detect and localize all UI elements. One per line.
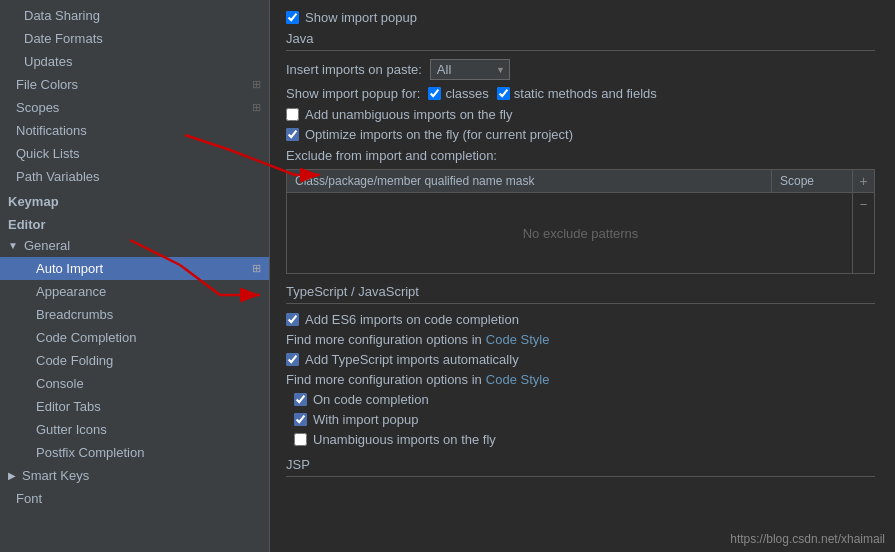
sidebar-label-code-folding: Code Folding <box>36 353 113 368</box>
sidebar-item-notifications[interactable]: Notifications <box>0 119 269 142</box>
sidebar-label-console: Console <box>36 376 84 391</box>
optimize-imports-checkbox[interactable] <box>286 128 299 141</box>
insert-imports-label: Insert imports on paste: <box>286 62 422 77</box>
add-unambiguous-checkbox[interactable] <box>286 108 299 121</box>
ts-options-indent: On code completion With import popup Una… <box>286 392 875 447</box>
sidebar-label-notifications: Notifications <box>16 123 87 138</box>
classes-checkbox-label[interactable]: classes <box>428 86 488 101</box>
sidebar-item-auto-import[interactable]: Auto Import ⊞ <box>0 257 269 280</box>
sidebar-item-date-formats[interactable]: Date Formats <box>0 27 269 50</box>
unambiguous-imports-label: Unambiguous imports on the fly <box>313 432 496 447</box>
on-code-completion-label: On code completion <box>313 392 429 407</box>
static-methods-checkbox[interactable] <box>497 87 510 100</box>
add-es6-label: Add ES6 imports on code completion <box>305 312 519 327</box>
table-col2-header: Scope <box>772 170 852 192</box>
sidebar-item-gutter-icons[interactable]: Gutter Icons <box>0 418 269 441</box>
ts-section-title: TypeScript / JavaScript <box>286 284 875 304</box>
jsp-section-title: JSP <box>286 457 875 477</box>
sidebar-label-quick-lists: Quick Lists <box>16 146 80 161</box>
sidebar-item-breadcrumbs[interactable]: Breadcrumbs <box>0 303 269 326</box>
sidebar-label-font: Font <box>16 491 42 506</box>
sidebar-label-file-colors: File Colors <box>16 77 78 92</box>
sidebar-item-appearance[interactable]: Appearance <box>0 280 269 303</box>
sidebar-label-data-sharing: Data Sharing <box>24 8 100 23</box>
sidebar-label-gutter-icons: Gutter Icons <box>36 422 107 437</box>
scopes-icon: ⊞ <box>252 101 261 114</box>
with-import-popup-checkbox[interactable] <box>294 413 307 426</box>
sidebar-label-postfix-completion: Postfix Completion <box>36 445 144 460</box>
optimize-imports-row: Optimize imports on the fly (for current… <box>286 127 875 142</box>
find-more-row-2: Find more configuration options in Code … <box>286 372 875 387</box>
sidebar-item-font[interactable]: Font <box>0 487 269 510</box>
exclude-table: Class/package/member qualified name mask… <box>286 169 875 274</box>
insert-imports-select[interactable]: All Ask None <box>430 59 510 80</box>
triangle-icon-smart: ▶ <box>8 470 16 481</box>
table-col1-header: Class/package/member qualified name mask <box>287 170 772 192</box>
editor-section-label: Editor <box>0 211 269 234</box>
classes-checkbox[interactable] <box>428 87 441 100</box>
find-more-label-1: Find more configuration options in <box>286 332 482 347</box>
sidebar-label-smart-keys: Smart Keys <box>22 468 89 483</box>
sidebar-label-scopes: Scopes <box>16 100 59 115</box>
add-ts-checkbox[interactable] <box>286 353 299 366</box>
sidebar-label-updates: Updates <box>24 54 72 69</box>
settings-sidebar: Data Sharing Date Formats Updates File C… <box>0 0 270 552</box>
add-ts-label: Add TypeScript imports automatically <box>305 352 519 367</box>
show-import-popup-for-label: Show import popup for: <box>286 86 420 101</box>
exclude-table-header: Class/package/member qualified name mask… <box>287 170 874 193</box>
unambiguous-imports-row: Unambiguous imports on the fly <box>294 432 875 447</box>
exclude-label: Exclude from import and completion: <box>286 148 875 163</box>
sidebar-general-group[interactable]: ▼ General <box>0 234 269 257</box>
sidebar-label-breadcrumbs: Breadcrumbs <box>36 307 113 322</box>
sidebar-item-updates[interactable]: Updates <box>0 50 269 73</box>
insert-imports-row: Insert imports on paste: All Ask None <box>286 59 875 80</box>
add-es6-checkbox[interactable] <box>286 313 299 326</box>
sidebar-label-editor-tabs: Editor Tabs <box>36 399 101 414</box>
sidebar-item-code-folding[interactable]: Code Folding <box>0 349 269 372</box>
add-ts-row: Add TypeScript imports automatically <box>286 352 875 367</box>
add-es6-row: Add ES6 imports on code completion <box>286 312 875 327</box>
table-minus-button[interactable]: − <box>852 193 874 273</box>
add-unambiguous-label: Add unambiguous imports on the fly <box>305 107 512 122</box>
add-unambiguous-row: Add unambiguous imports on the fly <box>286 107 875 122</box>
sidebar-label-auto-import: Auto Import <box>36 261 103 276</box>
sidebar-label-path-variables: Path Variables <box>16 169 100 184</box>
with-import-popup-row: With import popup <box>294 412 875 427</box>
with-import-popup-label: With import popup <box>313 412 419 427</box>
show-import-popup-label[interactable]: Show import popup <box>286 10 875 25</box>
triangle-icon: ▼ <box>8 240 18 251</box>
auto-import-icon: ⊞ <box>252 262 261 275</box>
sidebar-item-scopes[interactable]: Scopes ⊞ <box>0 96 269 119</box>
code-style-link-2[interactable]: Code Style <box>486 372 550 387</box>
java-section-title: Java <box>286 31 875 51</box>
file-colors-icon: ⊞ <box>252 78 261 91</box>
sidebar-item-smart-keys[interactable]: ▶ Smart Keys <box>0 464 269 487</box>
watermark: https://blog.csdn.net/xhaimail <box>730 532 885 546</box>
settings-main-panel: Show import popup Java Insert imports on… <box>270 0 895 552</box>
sidebar-item-path-variables[interactable]: Path Variables <box>0 165 269 188</box>
find-more-row-1: Find more configuration options in Code … <box>286 332 875 347</box>
classes-label: classes <box>445 86 488 101</box>
sidebar-item-quick-lists[interactable]: Quick Lists <box>0 142 269 165</box>
static-methods-label: static methods and fields <box>514 86 657 101</box>
sidebar-label-date-formats: Date Formats <box>24 31 103 46</box>
sidebar-item-postfix-completion[interactable]: Postfix Completion <box>0 441 269 464</box>
keymap-section-label: Keymap <box>0 188 269 211</box>
show-import-popup-row: Show import popup <box>286 10 875 25</box>
find-more-label-2: Find more configuration options in <box>286 372 482 387</box>
on-code-completion-checkbox[interactable] <box>294 393 307 406</box>
unambiguous-imports-checkbox[interactable] <box>294 433 307 446</box>
static-methods-checkbox-label[interactable]: static methods and fields <box>497 86 657 101</box>
on-code-completion-row: On code completion <box>294 392 875 407</box>
sidebar-item-editor-tabs[interactable]: Editor Tabs <box>0 395 269 418</box>
show-import-popup-checkbox[interactable] <box>286 11 299 24</box>
sidebar-item-code-completion[interactable]: Code Completion <box>0 326 269 349</box>
table-plus-button[interactable]: + <box>852 170 874 192</box>
sidebar-label-code-completion: Code Completion <box>36 330 136 345</box>
insert-imports-dropdown-wrapper: All Ask None <box>430 59 510 80</box>
sidebar-item-file-colors[interactable]: File Colors ⊞ <box>0 73 269 96</box>
code-style-link-1[interactable]: Code Style <box>486 332 550 347</box>
sidebar-item-data-sharing[interactable]: Data Sharing <box>0 4 269 27</box>
exclude-table-body: No exclude patterns − <box>287 193 874 273</box>
sidebar-item-console[interactable]: Console <box>0 372 269 395</box>
